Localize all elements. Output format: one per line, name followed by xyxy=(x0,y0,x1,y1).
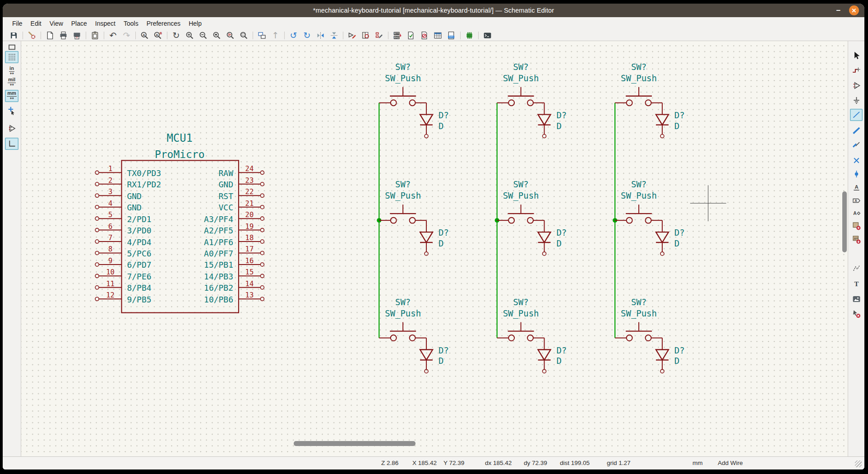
pin-end[interactable] xyxy=(542,369,546,373)
menu-view[interactable]: View xyxy=(46,18,67,29)
switch-contact[interactable] xyxy=(627,100,633,106)
switch-cell[interactable]: SW?SW_PushD?D xyxy=(379,297,449,373)
menu-help[interactable]: Help xyxy=(185,18,206,29)
mcu-reference[interactable]: MCU1 xyxy=(166,132,193,144)
pin-name[interactable]: TX0/PD3 xyxy=(127,168,161,178)
resize-grip-icon[interactable] xyxy=(855,460,862,467)
switch-contact[interactable] xyxy=(627,218,633,223)
pin-end[interactable] xyxy=(542,252,546,256)
pin-name[interactable]: 9/PB5 xyxy=(127,295,151,304)
diode-reference[interactable]: D? xyxy=(556,345,567,355)
pin-end[interactable] xyxy=(660,369,664,373)
switch-cell[interactable]: SW?SW_PushD?D xyxy=(497,297,567,373)
pin-number[interactable]: 6 xyxy=(108,223,112,231)
pin-number[interactable]: 4 xyxy=(108,200,112,208)
switch-value[interactable]: SW_Push xyxy=(503,191,539,201)
switch-reference[interactable]: SW? xyxy=(513,297,528,307)
pin-number[interactable]: 23 xyxy=(245,177,254,185)
pin-name[interactable]: GND xyxy=(219,180,233,189)
undo-button[interactable]: ↶ xyxy=(106,30,120,41)
pin-number[interactable]: 20 xyxy=(245,211,254,219)
switch-contact[interactable] xyxy=(527,100,533,106)
switch-reference[interactable]: SW? xyxy=(513,179,528,189)
grid-dots-button[interactable] xyxy=(5,51,18,63)
menu-preferences[interactable]: Preferences xyxy=(143,18,185,29)
pin-number[interactable]: 17 xyxy=(245,245,254,253)
diode-triangle[interactable] xyxy=(538,115,551,125)
pin-end[interactable] xyxy=(260,263,264,266)
switch-reference[interactable]: SW? xyxy=(395,179,411,189)
rotate-ccw-button[interactable]: ↺ xyxy=(287,30,300,41)
pin-end[interactable] xyxy=(425,252,428,256)
highlight-net-button[interactable] xyxy=(850,64,863,76)
pin-name[interactable]: A0/PF7 xyxy=(204,249,233,258)
pin-end[interactable] xyxy=(95,274,99,278)
switch-value[interactable]: SW_Push xyxy=(621,308,657,319)
print-button[interactable] xyxy=(57,30,70,41)
switch-value[interactable]: SW_Push xyxy=(385,191,421,201)
pin-end[interactable] xyxy=(95,228,99,232)
pin-number[interactable]: 14 xyxy=(245,280,254,288)
hierarchy-navigator-button[interactable] xyxy=(255,30,268,41)
diode-value[interactable]: D xyxy=(439,356,443,366)
diode-triangle[interactable] xyxy=(420,232,433,242)
pin-number[interactable]: 5 xyxy=(108,211,112,219)
diode-value[interactable]: D xyxy=(674,238,679,248)
pin-end[interactable] xyxy=(660,252,664,256)
diode-reference[interactable]: D? xyxy=(556,228,567,237)
pin-name[interactable]: GND xyxy=(127,203,141,212)
hidden-pins-button[interactable] xyxy=(5,122,18,135)
switch-contact[interactable] xyxy=(527,335,533,341)
save-button[interactable] xyxy=(7,30,20,41)
delete-tool-button[interactable] xyxy=(850,308,863,320)
pin-number[interactable]: 21 xyxy=(245,200,254,208)
pin-name[interactable]: RST xyxy=(219,191,234,201)
menu-file[interactable]: File xyxy=(8,18,27,29)
diode-reference[interactable]: D? xyxy=(439,345,449,355)
schematic-sheet[interactable]: MCU1ProMicro1TX0/PD32RX1/PD23GND4GND52/P… xyxy=(21,41,848,456)
place-symbol-button[interactable] xyxy=(850,79,863,92)
switch-value[interactable]: SW_Push xyxy=(621,191,657,201)
horizontal-scrollbar-thumb[interactable] xyxy=(294,441,416,446)
pin-name[interactable]: 15/PB1 xyxy=(204,260,233,270)
pin-number[interactable]: 8 xyxy=(108,245,112,253)
switch-cell[interactable]: SW?SW_PushD?D xyxy=(615,297,685,373)
import-sheet-pin-button[interactable]: A xyxy=(850,233,863,246)
menu-edit[interactable]: Edit xyxy=(27,18,46,29)
zoom-out-button[interactable] xyxy=(197,30,210,41)
mcu-value[interactable]: ProMicro xyxy=(155,149,204,160)
pin-end[interactable] xyxy=(95,194,99,197)
diode-reference[interactable]: D? xyxy=(439,110,449,120)
pin-number[interactable]: 13 xyxy=(245,291,254,299)
symbol-fields-table-button[interactable] xyxy=(431,30,444,41)
pin-number[interactable]: 11 xyxy=(106,280,115,288)
pin-end[interactable] xyxy=(95,286,99,289)
diode-value[interactable]: D xyxy=(556,121,561,131)
pin-name[interactable]: A2/PF5 xyxy=(204,226,233,235)
pin-end[interactable] xyxy=(542,135,546,138)
switch-value[interactable]: SW_Push xyxy=(503,73,539,84)
switch-reference[interactable]: SW? xyxy=(513,62,528,72)
schematic-setup-button[interactable] xyxy=(25,30,38,41)
zoom-objects-button[interactable] xyxy=(224,30,237,41)
diode-reference[interactable]: D? xyxy=(674,345,685,355)
crosshair-cursor-button[interactable] xyxy=(5,105,18,117)
diode-value[interactable]: D xyxy=(439,121,443,131)
pin-end[interactable] xyxy=(260,205,264,209)
pin-name[interactable]: A3/PF4 xyxy=(204,214,233,224)
switch-contact[interactable] xyxy=(645,218,651,223)
redo-button[interactable]: ↷ xyxy=(120,30,133,41)
erc-button[interactable] xyxy=(404,30,417,41)
units-mils-button[interactable]: mil ↔ xyxy=(5,76,18,88)
switch-contact[interactable] xyxy=(508,335,514,341)
switch-contact[interactable] xyxy=(410,335,416,341)
switch-reference[interactable]: SW? xyxy=(395,62,411,72)
hierarchical-label-button[interactable]: A xyxy=(850,207,863,219)
pin-number[interactable]: 24 xyxy=(245,165,254,173)
zoom-selection-button[interactable] xyxy=(237,30,250,41)
diode-triangle[interactable] xyxy=(420,350,433,360)
switch-reference[interactable]: SW? xyxy=(631,297,646,307)
pin-name[interactable]: 3/PD0 xyxy=(127,226,151,235)
switch-value[interactable]: SW_Push xyxy=(385,73,421,84)
diode-value[interactable]: D xyxy=(556,356,561,366)
